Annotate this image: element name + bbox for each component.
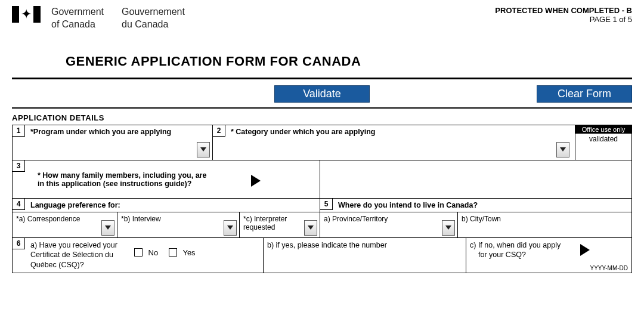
q4b-dropdown[interactable] — [224, 220, 237, 236]
page-header: ✦ Government of Canada Gouvernement du C… — [12, 6, 632, 31]
q6-yes-label: Yes — [182, 248, 195, 257]
q4a-dropdown[interactable] — [101, 220, 114, 236]
clear-form-button[interactable]: Clear Form — [537, 85, 632, 103]
q4-cell: 4 Language preference for: *a) Correspon… — [13, 199, 320, 237]
canada-flag-icon: ✦ — [12, 6, 41, 23]
q6c-line2: for your CSQ? — [470, 250, 628, 260]
protected-block: PROTECTED WHEN COMPLETED - B PAGE 1 of 5 — [495, 6, 632, 24]
q6c-expand-arrow-icon[interactable] — [580, 244, 590, 256]
q4-number: 4 — [12, 198, 25, 210]
q4b-cell: *b) Interview — [117, 212, 239, 237]
protected-label: PROTECTED WHEN COMPLETED - B — [495, 6, 632, 15]
page-number: PAGE 1 of 5 — [495, 15, 632, 24]
q5a-label: a) Province/Territory — [324, 215, 388, 223]
q4c-label: *c) Interpreter requested — [243, 215, 287, 231]
maple-leaf-icon: ✦ — [21, 8, 32, 21]
gov-en: Government of Canada — [51, 6, 104, 31]
q3-number: 3 — [12, 160, 25, 172]
q6a-line1: a) Have you received your — [30, 240, 117, 251]
q6a-cell: 6 a) Have you received your Certificat d… — [13, 238, 263, 273]
q6-no-label: No — [148, 248, 159, 257]
q5b-label: b) City/Town — [462, 215, 501, 223]
q6c-date-hint: YYYY-MM-DD — [590, 265, 628, 271]
q2-dropdown[interactable] — [556, 142, 569, 157]
q4c-cell: *c) Interpreter requested — [239, 212, 320, 237]
application-details-grid: 1 *Program under which you are applying … — [12, 125, 632, 273]
q5-cell: 5 Where do you intend to live in Canada?… — [320, 199, 631, 237]
q3-expand-arrow-icon[interactable] — [251, 175, 261, 187]
q1-dropdown[interactable] — [197, 142, 210, 157]
q6c-cell: c) If no, when did you apply for your CS… — [466, 238, 631, 273]
q4-label: Language preference for: — [16, 201, 316, 209]
q6b-cell: b) if yes, please indicate the number — [263, 238, 466, 273]
gov-fr: Gouvernement du Canada — [122, 6, 185, 31]
q2-cell: 2 * Category under which you are applyin… — [212, 125, 631, 160]
government-wordmark: ✦ Government of Canada Gouvernement du C… — [12, 6, 185, 31]
q1-label: *Program under which you are applying — [16, 128, 209, 136]
q6b-label: b) if yes, please indicate the number — [267, 241, 387, 249]
q2-label: * Category under which you are applying — [216, 128, 628, 136]
q6a-line3: Québec (CSQ)? — [30, 260, 117, 270]
q6-no-checkbox[interactable] — [134, 248, 143, 257]
rule-top — [12, 78, 632, 79]
row-q1-q2: 1 *Program under which you are applying … — [13, 125, 631, 160]
q4a-label: *a) Correspondence — [16, 215, 80, 223]
q6-yes-checkbox[interactable] — [169, 248, 177, 257]
row-q4-q5: 4 Language preference for: *a) Correspon… — [13, 199, 631, 238]
q5a-dropdown[interactable] — [442, 220, 455, 236]
q3-cell: 3 * How many family members, including y… — [13, 160, 320, 198]
action-buttons: Validate Clear Form — [12, 83, 632, 106]
q4b-label: *b) Interview — [121, 215, 161, 223]
q3-label-line2: in this application (see instructions gu… — [38, 180, 316, 188]
q6a-line2: Certificat de Sélection du — [30, 250, 117, 260]
q6c-line1: c) If no, when did you apply — [470, 240, 628, 251]
q5-label: Where do you intend to live in Canada? — [324, 201, 628, 209]
section-application-details: APPLICATION DETAILS — [12, 113, 632, 122]
q3-label-line1: * How many family members, including you… — [38, 171, 316, 180]
q5a-cell: a) Province/Territory — [320, 212, 457, 237]
office-use-validated: validated — [575, 134, 631, 160]
q1-number: 1 — [12, 125, 25, 137]
row-q3: 3 * How many family members, including y… — [13, 160, 631, 199]
q5-number: 5 — [320, 198, 333, 210]
q3-right-cell — [320, 160, 631, 198]
q6-number: 6 — [12, 237, 25, 249]
office-use-header: Office use only — [575, 125, 631, 134]
q4c-dropdown[interactable] — [304, 220, 317, 236]
form-title: GENERIC APPLICATION FORM FOR CANADA — [66, 54, 632, 69]
q4a-cell: *a) Correspondence — [13, 212, 117, 237]
office-use-box: Office use only validated — [575, 125, 632, 160]
q5b-cell: b) City/Town — [457, 212, 631, 237]
row-q6: 6 a) Have you received your Certificat d… — [13, 238, 631, 273]
q1-cell: 1 *Program under which you are applying — [13, 125, 212, 160]
rule-buttons — [12, 107, 632, 109]
q2-number: 2 — [212, 125, 225, 137]
validate-button[interactable]: Validate — [274, 85, 370, 103]
